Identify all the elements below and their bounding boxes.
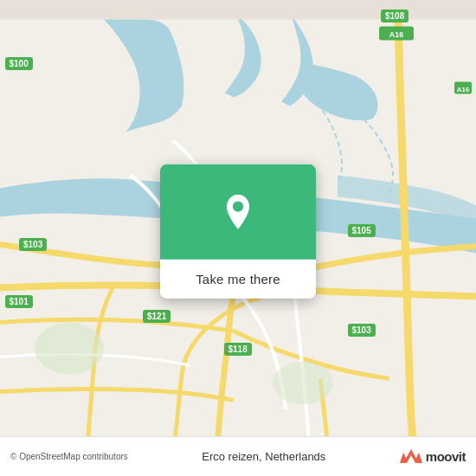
price-badge[interactable]: $101	[5, 295, 33, 308]
bottom-bar: © OpenStreetMap contributors Erco reizen…	[0, 436, 476, 476]
take-me-there-button[interactable]: Take me there	[160, 260, 316, 299]
overlay-card: Take me there	[160, 164, 316, 299]
price-badge[interactable]: $108	[381, 10, 408, 23]
moovit-text: moovit	[426, 449, 466, 464]
moovit-m-icon	[400, 447, 422, 466]
price-badge[interactable]: $118	[224, 343, 252, 356]
map-container: A16 A16 $108 $100 $103 $101 $103 $125 $1…	[0, 0, 476, 476]
card-map-area	[160, 164, 316, 260]
location-name: Erco reizen, Netherlands	[202, 450, 325, 463]
svg-point-7	[233, 202, 243, 212]
svg-point-1	[35, 323, 104, 375]
price-badge[interactable]: $100	[5, 57, 33, 70]
price-badge[interactable]: $121	[143, 310, 170, 323]
moovit-logo: moovit	[400, 447, 466, 466]
svg-text:A16: A16	[457, 86, 470, 93]
price-badge[interactable]: $103	[348, 324, 376, 337]
svg-point-2	[273, 362, 333, 405]
location-pin-icon	[221, 195, 255, 229]
price-badge[interactable]: $103	[19, 238, 47, 251]
map-attribution: © OpenStreetMap contributors	[10, 452, 128, 461]
svg-text:A16: A16	[389, 30, 404, 39]
location-info: Erco reizen, Netherlands	[202, 450, 325, 463]
price-badge[interactable]: $105	[348, 224, 376, 237]
